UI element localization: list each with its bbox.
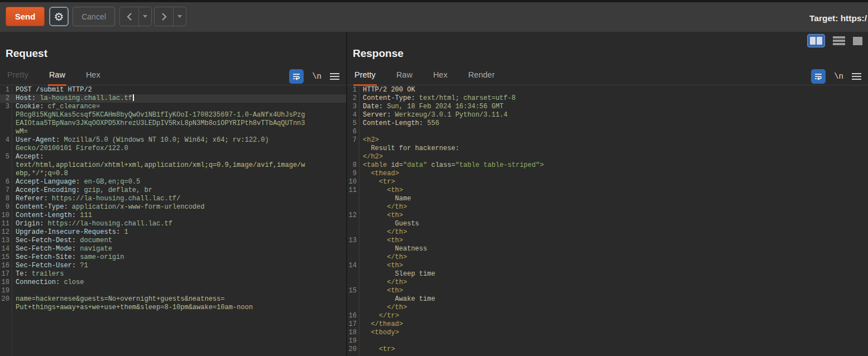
code-text: Content-Type: application/x-www-form-url… bbox=[12, 203, 204, 211]
line-number: 11 bbox=[347, 186, 359, 195]
line-number bbox=[347, 253, 359, 262]
split-rows-view-button[interactable] bbox=[833, 36, 845, 46]
tab-raw[interactable]: Raw bbox=[48, 70, 66, 86]
history-forward-button[interactable] bbox=[154, 7, 186, 26]
back-dropdown-button[interactable] bbox=[138, 7, 151, 26]
line-number: 17 bbox=[347, 320, 359, 329]
single-pane-view-button[interactable] bbox=[853, 37, 862, 45]
line-number bbox=[0, 161, 12, 170]
line-number bbox=[0, 111, 12, 119]
target-label: Target: https:/ bbox=[809, 4, 867, 32]
code-line: text/html,application/xhtml+xml,applicat… bbox=[0, 161, 346, 170]
code-text: Name bbox=[359, 195, 411, 203]
editor-menu-button[interactable] bbox=[852, 73, 861, 80]
line-number bbox=[0, 145, 12, 153]
code-text: Gecko/20100101 Firefox/122.0 bbox=[12, 145, 128, 153]
code-text: <tr> bbox=[359, 345, 395, 354]
line-number: 4 bbox=[347, 111, 359, 119]
line-number bbox=[0, 304, 12, 312]
code-line: 9Content-Type: application/x-www-form-ur… bbox=[0, 203, 346, 211]
tab-hex[interactable]: Hex bbox=[85, 70, 102, 86]
line-number: 13 bbox=[0, 237, 12, 245]
show-newlines-button[interactable]: \n bbox=[312, 72, 322, 81]
line-number bbox=[347, 153, 359, 161]
code-line: 14Sec-Fetch-Mode: navigate bbox=[0, 245, 346, 253]
word-wrap-toggle-button[interactable] bbox=[289, 69, 304, 84]
line-number bbox=[347, 220, 359, 228]
line-number: 16 bbox=[347, 312, 359, 320]
line-number: 8 bbox=[347, 161, 359, 170]
code-line: 7<h2> bbox=[347, 136, 868, 145]
line-number: 7 bbox=[0, 186, 12, 195]
code-text: <th> bbox=[359, 186, 403, 195]
response-editor-toolbar: \n bbox=[811, 69, 861, 84]
code-text: Guests bbox=[359, 220, 419, 228]
show-newlines-button[interactable]: \n bbox=[834, 72, 843, 81]
settings-button[interactable]: ⚙ bbox=[49, 7, 69, 26]
tab-render[interactable]: Render bbox=[467, 70, 496, 86]
code-line: Gecko/20100101 Firefox/122.0 bbox=[0, 145, 346, 153]
code-line: 10 <tr> bbox=[347, 178, 868, 186]
code-text: Sec-Fetch-Dest: document bbox=[12, 237, 112, 245]
code-line: </h2> bbox=[347, 153, 868, 161]
code-line: 17 </thead> bbox=[347, 320, 868, 329]
code-text: Server: Werkzeug/3.0.1 Python/3.11.4 bbox=[359, 111, 507, 119]
code-line: 16 </tr> bbox=[347, 312, 868, 320]
line-number: 19 bbox=[347, 337, 359, 345]
code-text: Accept-Encoding: gzip, deflate, br bbox=[12, 186, 152, 195]
code-text: <th> bbox=[359, 262, 403, 270]
code-line: 11 <th> bbox=[347, 186, 868, 195]
code-line: </th> bbox=[347, 253, 868, 262]
line-number: 9 bbox=[0, 203, 12, 211]
code-line: 9 <thead> bbox=[347, 170, 868, 178]
code-text: Neatness bbox=[359, 245, 427, 253]
line-number: 15 bbox=[347, 287, 359, 295]
code-line: 15 <th> bbox=[347, 287, 868, 295]
line-number: 3 bbox=[347, 103, 359, 111]
cancel-button[interactable]: Cancel bbox=[73, 7, 115, 26]
code-line: 16Sec-Fetch-User: ?1 bbox=[0, 262, 346, 270]
code-line: Result for hackernese: bbox=[347, 145, 868, 153]
line-number: 4 bbox=[0, 136, 12, 145]
editor-menu-button[interactable] bbox=[330, 73, 339, 80]
code-line: wM= bbox=[0, 128, 346, 136]
code-line: Name bbox=[347, 195, 868, 203]
gear-icon: ⚙ bbox=[54, 11, 64, 22]
line-number: 14 bbox=[0, 245, 12, 253]
request-editor[interactable]: 1POST /submit HTTP/22Host: la-housing.ch… bbox=[0, 86, 346, 356]
line-number: 9 bbox=[347, 170, 359, 178]
history-back-button[interactable] bbox=[119, 7, 152, 26]
code-text: wM= bbox=[12, 128, 28, 136]
code-text bbox=[12, 287, 16, 295]
tab-raw[interactable]: Raw bbox=[395, 70, 414, 86]
code-text: Sec-Fetch-Mode: navigate bbox=[12, 245, 112, 253]
text-cursor bbox=[133, 94, 134, 101]
split-columns-view-button[interactable] bbox=[807, 34, 825, 47]
response-editor[interactable]: 1HTTP/2 200 OK2Content-Type: text/html; … bbox=[347, 86, 868, 356]
code-text: Awake time bbox=[359, 295, 435, 304]
code-text: </th> bbox=[359, 253, 407, 262]
code-line: 15Sec-Fetch-Site: same-origin bbox=[0, 253, 346, 262]
code-text: Origin: https://la-housing.chall.lac.tf bbox=[12, 220, 172, 228]
code-text: Te: trailers bbox=[12, 270, 64, 278]
code-line: </th> bbox=[347, 278, 868, 287]
word-wrap-toggle-button[interactable] bbox=[811, 69, 826, 84]
code-line: 19 bbox=[0, 287, 346, 295]
code-line: 2Host: la-housing.chall.lac.tf bbox=[0, 94, 346, 103]
code-line: 3Date: Sun, 18 Feb 2024 16:34:56 GMT bbox=[347, 103, 868, 111]
tab-hex[interactable]: Hex bbox=[432, 70, 449, 86]
send-button[interactable]: Send bbox=[6, 7, 45, 26]
code-text: Accept-Language: en-GB,en;q=0.5 bbox=[12, 178, 140, 186]
code-text: <th> bbox=[359, 237, 403, 245]
line-number: 6 bbox=[347, 128, 359, 136]
line-number: 13 bbox=[347, 237, 359, 245]
line-number: 8 bbox=[0, 195, 12, 203]
code-text: HTTP/2 200 OK bbox=[359, 86, 415, 94]
code-text: </th> bbox=[359, 203, 407, 211]
forward-dropdown-button[interactable] bbox=[173, 7, 186, 26]
line-number: 3 bbox=[0, 103, 12, 111]
code-line: </th> bbox=[347, 228, 868, 237]
tab-pretty[interactable]: Pretty bbox=[353, 70, 377, 86]
word-wrap-icon bbox=[814, 72, 823, 81]
repeater-toolbar: Send ⚙ Cancel Target: https:/ bbox=[0, 2, 868, 33]
